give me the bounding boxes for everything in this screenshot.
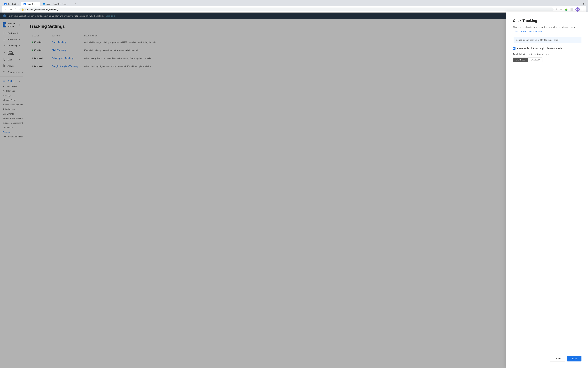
browser-tab-2[interactable]: S SendGrid × — [21, 2, 40, 6]
track-links-toggle[interactable]: DISABLED ENABLED — [513, 57, 543, 62]
tab-favicon-1: S — [4, 3, 7, 5]
tab-manager-button[interactable]: ⬜ — [570, 7, 574, 12]
plain-text-checkbox-label: Also enable click tracking in plain text… — [517, 47, 562, 50]
add-tab-button[interactable]: + — [73, 1, 78, 6]
tab-close-1[interactable]: × — [18, 3, 19, 5]
panel-description: Allows every link to be overwritten to t… — [513, 26, 581, 29]
lock-icon: 🔒 — [21, 8, 24, 11]
side-panel: Click Tracking Allows every link to be o… — [506, 19, 588, 368]
browser-chrome: S SendGrid × S SendGrid × A azure - Send… — [0, 0, 588, 13]
tab-title-3: azure - SendGrid Emails Getti... — [46, 3, 67, 5]
tab-list-button[interactable]: ▼ — [581, 2, 586, 6]
save-button[interactable]: Save — [567, 356, 581, 361]
tab-favicon-3: A — [43, 3, 45, 5]
tab-title-2: SendGrid — [27, 3, 35, 5]
tab-close-3[interactable]: × — [69, 3, 70, 5]
menu-button[interactable]: ⋮ — [581, 7, 585, 12]
toggle-enabled-option[interactable]: ENABLED — [528, 58, 542, 62]
back-button[interactable]: ← — [3, 7, 8, 12]
panel-checkbox-row: Also enable click tracking in plain text… — [513, 47, 581, 50]
panel-info-text: SendGrid can track up to 1000 links per … — [516, 39, 579, 41]
tab-close-2[interactable]: × — [37, 3, 38, 5]
plain-text-checkbox[interactable] — [513, 47, 516, 50]
panel-toggle-label: Track links in emails that are clicked — [513, 53, 581, 55]
toggle-disabled-option[interactable]: DISABLED — [513, 58, 528, 62]
browser-toolbar-right: ⬇ ☆ 🧩 ⬜ BV ⋮ — [554, 7, 585, 12]
content-area: Bhavya Verma ▾ Dashboard Email API ▾ — [0, 19, 588, 368]
profile-avatar[interactable]: BV — [575, 7, 580, 12]
cancel-button[interactable]: Cancel — [550, 356, 565, 361]
tab-title-1: SendGrid — [8, 3, 16, 5]
panel-actions: Cancel Save — [513, 356, 581, 361]
extensions-button[interactable]: 🧩 — [564, 7, 568, 12]
tab-favicon-2: S — [24, 3, 26, 5]
browser-tab-1[interactable]: S SendGrid × — [2, 2, 21, 6]
browser-tab-3[interactable]: A azure - SendGrid Emails Getti... × — [41, 2, 73, 6]
browser-tabs: S SendGrid × S SendGrid × A azure - Send… — [2, 1, 586, 6]
bookmark-button[interactable]: ☆ — [559, 7, 563, 12]
download-button[interactable]: ⬇ — [554, 7, 558, 12]
app-container: i Finish your account setup in order to … — [0, 13, 588, 368]
overlay-backdrop[interactable] — [0, 19, 588, 368]
reload-button[interactable]: ↻ — [14, 7, 18, 12]
address-text: app.sendgrid.com/settings/tracking — [25, 8, 552, 11]
panel-title: Click Tracking — [513, 19, 581, 23]
panel-doc-link[interactable]: Click Tracking Documentation — [513, 30, 581, 33]
browser-toolbar: ← → ↻ 🔒 app.sendgrid.com/settings/tracki… — [2, 6, 586, 13]
forward-button[interactable]: → — [9, 7, 13, 12]
panel-info-box: SendGrid can track up to 1000 links per … — [513, 37, 581, 43]
address-bar[interactable]: 🔒 app.sendgrid.com/settings/tracking — [19, 8, 553, 11]
